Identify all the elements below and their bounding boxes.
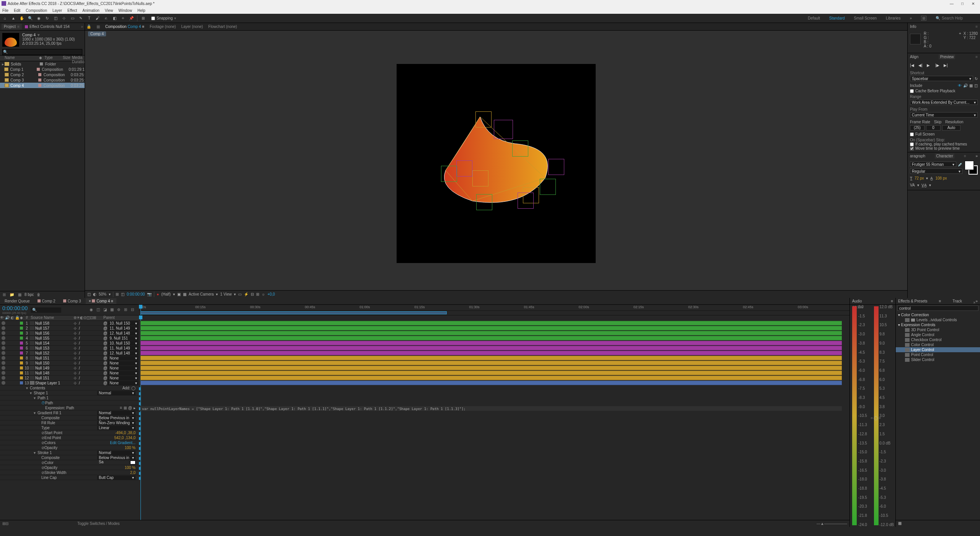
fill-color-swatch[interactable] (965, 161, 974, 170)
layer-bar[interactable] (140, 376, 842, 380)
effect-item[interactable]: Point Control (896, 352, 980, 357)
property-row[interactable]: ⊘ Start Point-494,0 ,38,0 (0, 430, 139, 435)
tab-character[interactable]: Character (935, 154, 955, 159)
layer-bar[interactable] (140, 321, 842, 325)
menu-animation[interactable]: Animation (82, 8, 99, 13)
property-row[interactable]: CompositeBelow Previous in Sa▾ (0, 455, 139, 460)
font-style-dropdown[interactable]: Regular▾ (910, 168, 962, 174)
tl-expand-icon[interactable]: ⊞ (2, 521, 5, 526)
last-frame-icon[interactable]: ▶| (944, 63, 949, 68)
shy-switch[interactable]: ⊹ (74, 371, 78, 375)
workspace-reset-icon[interactable]: ⊞ (921, 16, 926, 21)
link-icon[interactable]: ⊘ (41, 461, 44, 465)
layer-row[interactable]: 6Null 153⊹/@11. Null 149▾ (0, 346, 139, 351)
menu-effect[interactable]: Effect (67, 8, 77, 13)
layer-bar[interactable] (140, 351, 842, 355)
workspace-small-screen[interactable]: Small Screen (854, 16, 877, 20)
layer-bar[interactable] (140, 326, 842, 330)
effects-footer-icon[interactable]: ▦ (896, 520, 980, 527)
parent-dropdown[interactable]: 10. Null 150▾ (108, 341, 139, 345)
shy-switch[interactable]: ⊹ (74, 321, 78, 325)
property-row[interactable]: Expression: Path=⊞@▸ (0, 405, 139, 410)
category-color-correction[interactable]: ▾ Color Correction (896, 312, 980, 317)
hide-shy-icon[interactable]: ◪ (103, 307, 109, 313)
playhead[interactable] (140, 305, 141, 315)
visibility-toggle[interactable] (2, 366, 5, 370)
home-icon[interactable]: ⌂ (2, 15, 8, 22)
res-icon[interactable]: ⊞ (116, 292, 119, 296)
timeline-icon[interactable]: ⊟ (251, 292, 254, 296)
project-item[interactable]: Comp 3Composition0:03:25: (0, 77, 85, 83)
visibility-toggle[interactable] (2, 321, 5, 325)
close-button[interactable]: ✕ (968, 0, 978, 7)
col-parent[interactable]: Parent (102, 315, 139, 320)
parent-dropdown[interactable]: 12. Null 148▾ (108, 331, 139, 335)
panel-overflow-icon[interactable]: » (975, 299, 978, 303)
roi-icon[interactable]: ▣ (177, 292, 181, 296)
keyframe-marker[interactable]: ▮ (139, 461, 141, 465)
property-dropdown[interactable]: Butt Cap▾ (97, 476, 136, 480)
orbit-tool-icon[interactable]: ◉ (35, 15, 42, 22)
tab-info[interactable]: Info (910, 25, 916, 29)
property-row[interactable]: ⊘ ColorsEdit Gradient... (0, 440, 139, 445)
timecode-display[interactable]: 0:00:00:00 (127, 292, 145, 296)
parent-dropdown[interactable]: None▾ (108, 356, 139, 360)
toggle-icon[interactable]: ◫ (121, 292, 124, 296)
menu-composition[interactable]: Composition (26, 8, 47, 13)
panel-overflow-icon[interactable]: » (81, 25, 85, 29)
pickwhip-icon[interactable]: @ (103, 346, 107, 350)
visibility-toggle[interactable] (2, 326, 5, 330)
play-icon[interactable]: ▶ (927, 63, 932, 68)
pickwhip-icon[interactable]: @ (103, 371, 107, 375)
keyframe-marker[interactable]: ▮ (139, 396, 141, 400)
expr-enable-icon[interactable]: = (120, 406, 122, 410)
layer-bar[interactable] (140, 361, 842, 365)
keyframe-marker[interactable]: ▮ (139, 471, 141, 475)
project-search-input[interactable] (2, 49, 82, 55)
caching-checkbox[interactable] (910, 142, 914, 146)
property-value[interactable]: 2,0 (130, 471, 139, 475)
snapping-toggle[interactable]: Snapping ▾ (151, 16, 176, 20)
shy-switch[interactable]: ⊹ (74, 356, 78, 360)
tab-audio[interactable]: Audio (852, 299, 862, 303)
menu-layer[interactable]: Layer (52, 8, 62, 13)
menu-file[interactable]: File (2, 8, 8, 13)
col-type[interactable]: Type (44, 56, 63, 61)
expr-pickwhip-icon[interactable]: @ (128, 406, 132, 410)
skip-dropdown[interactable]: 0 (926, 125, 941, 131)
property-row[interactable]: ▾Gradient Fill 1Normal▾ (0, 410, 139, 415)
property-dropdown[interactable]: Linear▾ (97, 426, 136, 430)
fast-preview-icon[interactable]: ⚡ (244, 292, 248, 296)
property-dropdown[interactable]: Below Previous in Sa▾ (97, 456, 136, 460)
zoom-slider[interactable]: —▲—————— (817, 521, 847, 526)
mask-icon[interactable]: ◐ (93, 292, 96, 296)
pickwhip-icon[interactable]: @ (103, 321, 107, 325)
frame-blend-icon[interactable]: ▦ (110, 307, 116, 313)
keyframe-marker[interactable]: ▮ (139, 431, 141, 435)
expr-graph-icon[interactable]: ⊞ (124, 406, 127, 410)
visibility-toggle[interactable] (2, 336, 5, 340)
brush-tool-icon[interactable]: 🖌 (94, 15, 101, 22)
property-row[interactable]: ⊘ End Point542,0 ,134,0 (0, 435, 139, 440)
keyframe-marker[interactable]: ▮ (139, 411, 141, 415)
pickwhip-icon[interactable]: @ (103, 381, 107, 385)
shy-switch[interactable]: ⊹ (74, 381, 78, 385)
font-size-value[interactable]: 72 px (915, 176, 924, 180)
menu-edit[interactable]: Edit (14, 8, 20, 13)
property-value[interactable]: 542,0 ,134,0 (114, 436, 139, 440)
keyframe-marker[interactable]: ▮ (139, 451, 141, 455)
timeline-search-input[interactable] (31, 307, 61, 313)
parent-dropdown[interactable]: None▾ (108, 381, 139, 385)
tab-footage[interactable]: Footage (none) (150, 25, 176, 29)
tab-flowchart[interactable]: Flowchart (none) (208, 25, 237, 29)
parent-dropdown[interactable]: None▾ (108, 361, 139, 365)
property-row[interactable]: TypeLinear▾ (0, 425, 139, 430)
snapping-chevron-icon[interactable]: ▾ (174, 16, 176, 20)
property-dropdown[interactable]: Below Previous in Sa▾ (97, 416, 136, 420)
effect-item[interactable]: Layer Control (896, 347, 980, 352)
parent-dropdown[interactable]: None▾ (108, 376, 139, 380)
null-handle[interactable] (475, 111, 492, 127)
layer-row[interactable]: 1Null 158⊹/@10. Null 150▾ (0, 321, 139, 326)
effect-item[interactable]: Angle Control (896, 332, 980, 337)
pickwhip-icon[interactable]: @ (103, 331, 107, 335)
